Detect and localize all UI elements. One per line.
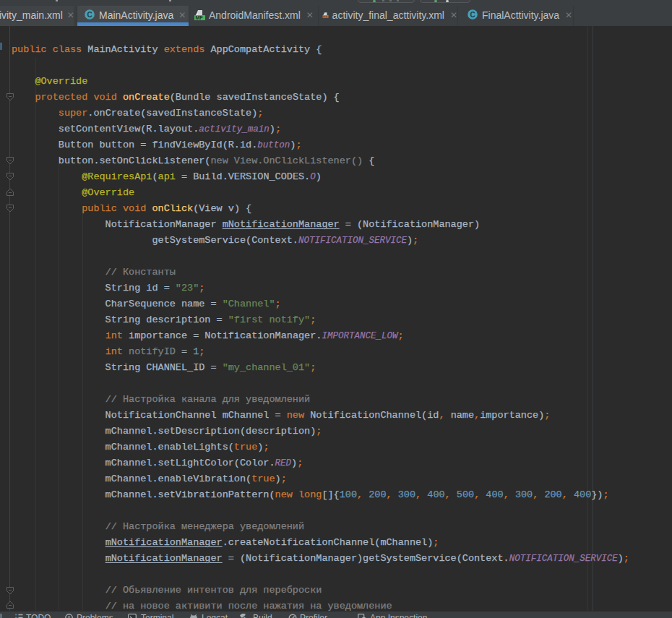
svg-text:MF: MF xyxy=(195,15,203,20)
svg-text:C: C xyxy=(87,10,92,18)
svg-text:<·>: <·> xyxy=(323,15,327,18)
svg-text:C: C xyxy=(470,10,475,18)
